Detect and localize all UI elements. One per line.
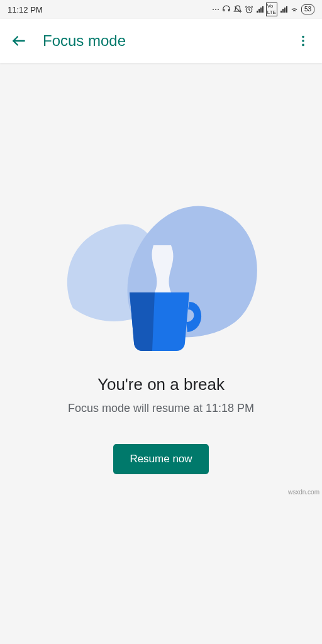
status-icons: ⋯ VoLTE 53 <box>212 3 314 16</box>
page-title: Focus mode <box>43 32 291 50</box>
status-bar: 11:12 PM ⋯ VoLTE 53 <box>0 0 322 19</box>
more-dots-icon: ⋯ <box>212 5 219 14</box>
resume-now-button[interactable]: Resume now <box>113 444 208 474</box>
headphones-icon <box>222 5 231 14</box>
wifi-icon <box>290 5 299 14</box>
subtext: Focus mode will resume at 11:18 PM <box>68 402 254 415</box>
svg-point-4 <box>302 44 304 47</box>
signal-icon-2 <box>280 6 287 13</box>
alarm-icon <box>245 5 253 14</box>
watermark: wsxdn.com <box>288 489 319 496</box>
main-content: You're on a break Focus mode will resume… <box>0 63 322 474</box>
signal-icon <box>256 6 264 13</box>
volte-icon: VoLTE <box>266 3 277 16</box>
break-illustration <box>54 182 268 358</box>
status-time: 11:12 PM <box>8 5 43 14</box>
battery-level: 53 <box>301 4 314 14</box>
back-button[interactable] <box>6 28 31 53</box>
app-bar: Focus mode <box>0 19 322 63</box>
bell-muted-icon <box>233 5 242 14</box>
svg-point-2 <box>302 36 304 38</box>
headline-text: You're on a break <box>97 375 225 394</box>
svg-point-3 <box>302 40 304 42</box>
more-options-button[interactable] <box>291 28 316 53</box>
